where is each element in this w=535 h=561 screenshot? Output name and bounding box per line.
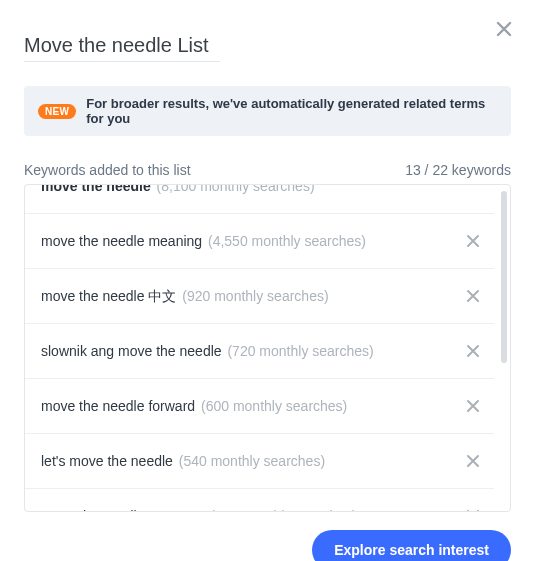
- keyword-label: let's move the needle: [41, 453, 173, 469]
- remove-keyword-icon[interactable]: [462, 450, 484, 472]
- keyword-label: move the needle 中文: [41, 288, 176, 304]
- keyword-row: slownik ang move the needle (720 monthly…: [25, 324, 494, 379]
- keyword-meta: (8,100 monthly searches): [157, 184, 315, 194]
- keyword-count: 13 / 22 keywords: [405, 162, 511, 178]
- remove-keyword-icon[interactable]: [462, 285, 484, 307]
- info-banner: NEW For broader results, we've automatic…: [24, 86, 511, 136]
- keyword-list-modal: Move the needle List NEW For broader res…: [0, 0, 535, 561]
- keyword-text: move the needle forward (600 monthly sea…: [41, 398, 347, 415]
- keyword-meta: (600 monthly searches): [201, 398, 347, 414]
- banner-text: For broader results, we've automatically…: [86, 96, 497, 126]
- keyword-row: move the needle synonym (540 monthly sea…: [25, 489, 494, 512]
- explore-search-interest-button[interactable]: Explore search interest: [312, 530, 511, 561]
- keyword-meta: (920 monthly searches): [182, 288, 328, 304]
- keyword-row: let's move the needle (540 monthly searc…: [25, 434, 494, 489]
- keyword-label: slownik ang move the needle: [41, 343, 222, 359]
- keyword-text: move the needle meaning (4,550 monthly s…: [41, 233, 366, 250]
- keyword-row: move the needle forward (600 monthly sea…: [25, 379, 494, 434]
- remove-keyword-icon[interactable]: [462, 505, 484, 512]
- page-title: Move the needle List: [24, 34, 220, 62]
- keyword-label: move the needle meaning: [41, 233, 202, 249]
- new-badge: NEW: [38, 104, 76, 119]
- keyword-row: move the needle (8,100 monthly searches): [25, 184, 494, 214]
- keyword-label: move the needle forward: [41, 398, 195, 414]
- remove-keyword-icon[interactable]: [462, 395, 484, 417]
- keyword-meta: (720 monthly searches): [227, 343, 373, 359]
- keyword-label: move the needle: [41, 184, 151, 194]
- remove-keyword-icon[interactable]: [462, 340, 484, 362]
- subhead-label: Keywords added to this list: [24, 162, 191, 178]
- keyword-text: slownik ang move the needle (720 monthly…: [41, 343, 374, 360]
- keyword-panel: move the needle (8,100 monthly searches)…: [24, 184, 511, 512]
- remove-keyword-icon[interactable]: [462, 230, 484, 252]
- close-icon[interactable]: [495, 20, 513, 38]
- keyword-meta: (4,550 monthly searches): [208, 233, 366, 249]
- keyword-text: move the needle (8,100 monthly searches): [41, 184, 315, 194]
- keyword-row: move the needle 中文 (920 monthly searches…: [25, 269, 494, 324]
- keyword-text: let's move the needle (540 monthly searc…: [41, 453, 325, 470]
- list-subheader: Keywords added to this list 13 / 22 keyw…: [24, 162, 511, 178]
- keyword-text: move the needle synonym (540 monthly sea…: [41, 508, 357, 512]
- keyword-label: move the needle synonym: [41, 508, 204, 512]
- keyword-text: move the needle 中文 (920 monthly searches…: [41, 288, 329, 305]
- scrollbar-thumb[interactable]: [501, 191, 507, 363]
- keyword-meta: (540 monthly searches): [210, 508, 356, 512]
- keyword-meta: (540 monthly searches): [179, 453, 325, 469]
- keyword-row: move the needle meaning (4,550 monthly s…: [25, 214, 494, 269]
